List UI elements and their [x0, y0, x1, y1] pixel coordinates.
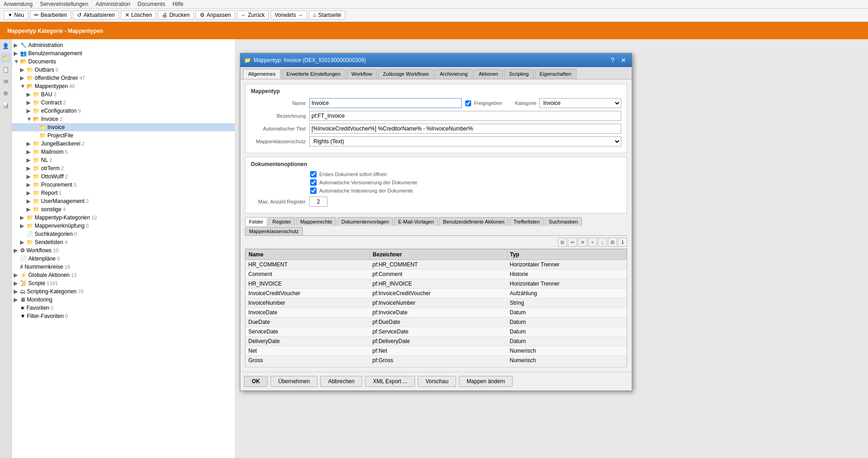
sub-tab-mappenrechte[interactable]: Mappenrechte	[296, 217, 336, 226]
tree-item-econfiguration[interactable]: ▶ 📁 eConfiguration 9	[12, 107, 235, 115]
tree-item-mappentyp-kategorien[interactable]: ▶ 📁 Mappentyp-Kategorien 12	[12, 213, 235, 222]
sub-tab-dokumentenvorlagen[interactable]: Dokumentenvorlagen	[337, 217, 393, 226]
tree-item-jungebaeckerei[interactable]: ▶ 📁 JungeBaeckerei 2	[12, 140, 235, 148]
side-icon-2[interactable]: 📁	[1, 53, 11, 63]
tab-zulaessige-workflows[interactable]: Zulässige Workflows	[378, 69, 434, 79]
table-row[interactable]: ServiceDatepf:ServiceDateDatum	[246, 327, 627, 337]
tree-item-nummernkreise[interactable]: # Nummernkreise 19	[12, 263, 235, 271]
sub-tab-benutzerdefinierte-aktionen[interactable]: Benutzerdefinierte Aktionen	[439, 217, 509, 226]
tree-item-filter-favoriten[interactable]: ▼ Filter-Favoriten 0	[12, 312, 235, 320]
tree-item-sendelisten[interactable]: ▶ 📁 Sendelisten 4	[12, 238, 235, 246]
tree-item-invoice-group[interactable]: ▼ 📂 Invoice 2	[12, 115, 235, 123]
table-row[interactable]: Taxpf:TaxNumerisch	[246, 365, 627, 368]
table-icon-btn-5[interactable]: ↓	[598, 238, 607, 247]
sub-tab-email-vorlagen[interactable]: E-Mail-Vorlagen	[394, 217, 438, 226]
xml-export-button[interactable]: XML Export ...	[365, 376, 415, 387]
tree-item-scripte[interactable]: ▶ 📜 Scripte 1181	[12, 279, 235, 287]
tab-aktionen[interactable]: Aktionen	[473, 69, 503, 79]
toolbar-loeschen-button[interactable]: ✕ Löschen	[121, 10, 156, 20]
freigegeben-checkbox[interactable]	[465, 100, 471, 106]
klassenschutz-select[interactable]: Rights (Text)	[309, 136, 621, 146]
table-row[interactable]: DeliveryDatepf:DeliveryDateDatum	[246, 337, 627, 346]
side-icon-3[interactable]: 📋	[1, 65, 11, 75]
tree-item-favoriten[interactable]: ★ Favoriten 0	[12, 304, 235, 312]
tab-eigenschaften[interactable]: Eigenschaften	[535, 69, 577, 79]
auto-titel-input[interactable]	[309, 124, 621, 134]
dialog-close-button[interactable]: ✕	[619, 56, 628, 65]
menu-servereinstellungen[interactable]: Servereinstellungen	[40, 1, 88, 7]
menu-administration[interactable]: Administration	[95, 1, 130, 7]
tree-item-scripting-kategorien[interactable]: ▶ 🗂 Scripting-Kategorien 70	[12, 287, 235, 296]
table-row[interactable]: HR_COMMENTpf:HR_COMMENTHorizontaler Tren…	[246, 260, 627, 270]
menu-hilfe[interactable]: Hilfe	[172, 1, 183, 7]
table-icon-btn-2[interactable]: ✏	[568, 238, 577, 247]
tree-item-nl[interactable]: ▶ 📁 NL 2	[12, 156, 235, 164]
tree-item-globale-aktionen[interactable]: ▶ ⚡ Globale Aktionen 13	[12, 271, 235, 279]
tree-item-mappentypen[interactable]: ▼ 📂 Mappentypen 40	[12, 82, 235, 90]
table-icon-btn-3[interactable]: ✕	[578, 238, 587, 247]
tree-item-oeff-ordner[interactable]: ▶ 📁 öffentliche Ordner 47	[12, 74, 235, 82]
tree-item-report[interactable]: ▶ 📁 Report 1	[12, 189, 235, 197]
sidebar-tree[interactable]: ▶ 🔧 Administration ▶ 👥 Benutzermanagemen…	[12, 39, 235, 458]
toolbar-drucken-button[interactable]: 🖨 Drucken	[158, 10, 194, 20]
kategorie-select[interactable]: Invoice	[539, 98, 621, 108]
toolbar-startseite-button[interactable]: ⌂ Startseite	[309, 10, 345, 20]
toolbar-neu-button[interactable]: ✦ Neu	[4, 10, 28, 20]
abbrechen-button[interactable]: Abbrechen	[320, 376, 362, 387]
table-row[interactable]: Netpf:NetNumerisch	[246, 346, 627, 356]
tree-item-administration[interactable]: ▶ 🔧 Administration	[12, 41, 235, 49]
tree-item-suchkategorien[interactable]: 📄 Suchkategorien 0	[12, 230, 235, 238]
max-anzahl-input[interactable]	[309, 197, 327, 207]
tree-item-otrterm[interactable]: ▶ 📁 otrTerm 2	[12, 164, 235, 172]
bezeichnung-input[interactable]	[309, 111, 621, 121]
sub-tab-mappenklassenschutz[interactable]: Mappenklassenschutz	[245, 227, 303, 235]
tree-item-outbars[interactable]: ▶ 📁 Outbars 9	[12, 66, 235, 74]
tree-item-ottowulff[interactable]: ▶ 📁 OttoWulff 2	[12, 172, 235, 181]
tree-item-mappenverknuepfung[interactable]: ▶ 📁 Mappenverknüpfung 0	[12, 222, 235, 230]
tree-item-aktenplaene[interactable]: 📄 Aktenpläne 0	[12, 255, 235, 263]
sub-tab-trefferlisten[interactable]: Trefferlisten	[509, 217, 544, 226]
tree-item-workflows[interactable]: ▶ ⚙ Workflows 10	[12, 246, 235, 255]
toolbar-zurueck-button[interactable]: ← Zurück	[237, 10, 269, 20]
tab-scripting[interactable]: Scripting	[504, 69, 534, 79]
dialog-help-button[interactable]: ?	[608, 56, 617, 65]
tree-item-projectfile[interactable]: 📁 ProjectFile	[12, 131, 235, 140]
tree-item-sonstige[interactable]: ▶ 📁 sonstige 4	[12, 205, 235, 213]
table-icon-btn-1[interactable]: ⧉	[558, 238, 567, 247]
sub-tab-felder[interactable]: Felder	[245, 217, 267, 226]
tree-item-monitoring[interactable]: ▶ 🖥 Monitoring	[12, 296, 235, 304]
side-icon-5[interactable]: ⚙	[1, 88, 11, 99]
table-row[interactable]: HR_INVOICEpf:HR_INVOICEHorizontaler Tren…	[246, 279, 627, 289]
name-input[interactable]	[309, 98, 462, 108]
toolbar-aktualisieren-button[interactable]: ↺ Aktualisieren	[73, 10, 119, 20]
tab-archivierung[interactable]: Archivierung	[435, 69, 473, 79]
toolbar-bearbeiten-button[interactable]: ✏ Bearbeiten	[30, 10, 71, 20]
toolbar-vorwaerts-button[interactable]: Vorwärts →	[270, 10, 307, 20]
tab-workflow[interactable]: Workflow	[347, 69, 377, 79]
tree-item-invoice[interactable]: 📁 Invoice	[12, 123, 235, 131]
table-icon-btn-6[interactable]: ⚙	[608, 238, 617, 247]
tree-item-mailroom[interactable]: ▶ 📁 Mailroom 5	[12, 148, 235, 156]
side-icon-4[interactable]: ✉	[1, 77, 11, 87]
tree-item-documents[interactable]: ▼ 📂 Documents	[12, 57, 235, 66]
ok-button[interactable]: OK	[244, 376, 268, 387]
mappen-aendern-button[interactable]: Mappen ändern	[459, 376, 513, 387]
menu-documents[interactable]: Documents	[138, 1, 166, 7]
table-row[interactable]: InvoiceCreditVoucherpf:InvoiceCreditVouc…	[246, 289, 627, 298]
tree-item-usermanagement[interactable]: ▶ 📁 UserManagement 2	[12, 197, 235, 205]
table-row[interactable]: DueDatepf:DueDateDatum	[246, 317, 627, 327]
tab-allgemeines[interactable]: Allgemeines	[243, 69, 281, 79]
table-icon-btn-7[interactable]: ℹ	[618, 238, 627, 247]
side-icon-6[interactable]: 📊	[1, 100, 11, 110]
check2-checkbox[interactable]	[310, 179, 317, 186]
sub-tab-register[interactable]: Register	[268, 217, 295, 226]
table-row[interactable]: InvoiceDatepf:InvoiceDateDatum	[246, 308, 627, 317]
uebernehmen-button[interactable]: Übernehmen	[270, 376, 317, 387]
table-row[interactable]: Grosspf:GrossNumerisch	[246, 356, 627, 365]
tab-erweiterte-einstellungen[interactable]: Erweiterte Einstellungen	[281, 69, 346, 79]
toolbar-anpassen-button[interactable]: ⚙ Anpassen	[196, 10, 235, 20]
table-icon-btn-4[interactable]: +	[588, 238, 597, 247]
tree-item-benutzermanagement[interactable]: ▶ 👥 Benutzermanagement	[12, 49, 235, 57]
side-icon-1[interactable]: 👤	[1, 41, 11, 51]
check1-checkbox[interactable]	[310, 171, 317, 177]
